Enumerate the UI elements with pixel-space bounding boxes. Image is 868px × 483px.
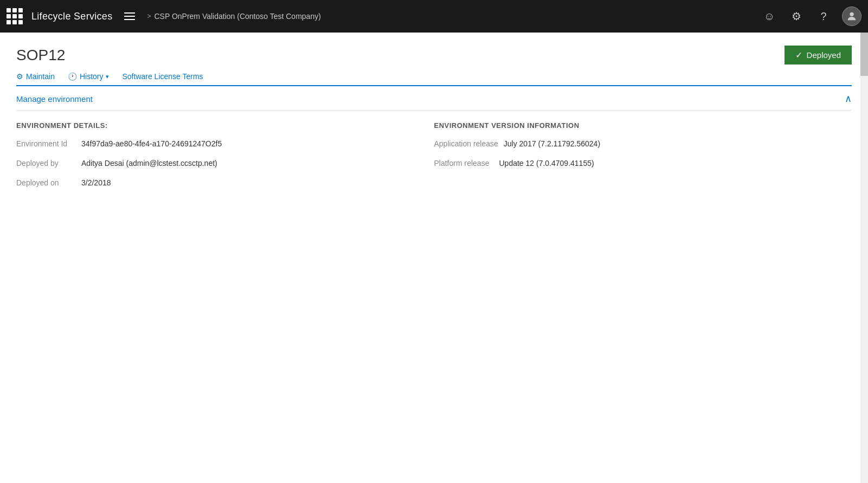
version-header: ENVIRONMENT VERSION INFORMATION (434, 121, 852, 130)
deployed-label: Deployed (807, 50, 841, 60)
settings-icon[interactable]: ⚙ (788, 8, 805, 25)
breadcrumb: > CSP OnPrem Validation (Contoso Test Co… (147, 12, 755, 21)
action-bar: ⚙ Maintain 🕐 History ▾ Software License … (16, 72, 852, 86)
top-navigation: Lifecycle Services > CSP OnPrem Validati… (0, 0, 868, 33)
app-release-row: Application release July 2017 (7.2.11792… (434, 139, 852, 148)
platform-release-label: Platform release (434, 159, 499, 168)
collapse-icon[interactable]: ∧ (845, 93, 852, 105)
check-icon: ✓ (795, 50, 802, 60)
user-avatar[interactable] (842, 7, 861, 26)
breadcrumb-arrow: > (147, 12, 151, 20)
deployed-by-value: Aditya Desai (admin@lcstest.ccsctp.net) (81, 159, 217, 168)
topnav-icons: ☺ ⚙ ? (761, 7, 861, 26)
environment-id-row: Environment Id 34f97da9-ae80-4fe4-a170-2… (16, 139, 434, 148)
app-release-value: July 2017 (7.2.11792.56024) (504, 139, 600, 148)
details-header: ENVIRONMENT DETAILS: (16, 121, 434, 130)
environment-id-label: Environment Id (16, 139, 81, 148)
details-left-column: ENVIRONMENT DETAILS: Environment Id 34f9… (16, 121, 434, 198)
environment-id-value: 34f97da9-ae80-4fe4-a170-24691247O2f5 (81, 139, 222, 148)
page-title: SOP12 (16, 47, 65, 64)
page-header: SOP12 ✓ Deployed (16, 46, 852, 65)
history-clock-icon: 🕐 (68, 72, 77, 81)
history-link[interactable]: 🕐 History ▾ (68, 72, 110, 81)
svg-point-0 (850, 12, 853, 16)
page-container: SOP12 ✓ Deployed ⚙ Maintain 🕐 History ▾ … (0, 33, 868, 483)
app-name: Lifecycle Services (31, 11, 112, 22)
software-license-terms-link[interactable]: Software License Terms (122, 72, 203, 81)
maintain-link[interactable]: ⚙ Maintain (16, 72, 55, 81)
breadcrumb-project[interactable]: CSP OnPrem Validation (Contoso Test Comp… (154, 12, 320, 21)
deployed-on-value: 3/2/2018 (81, 178, 111, 187)
history-label: History (80, 72, 104, 81)
app-grid-icon[interactable] (7, 8, 23, 24)
maintain-label: Maintain (26, 72, 55, 81)
deployed-by-label: Deployed by (16, 159, 81, 168)
deployed-by-row: Deployed by Aditya Desai (admin@lcstest.… (16, 159, 434, 168)
help-icon[interactable]: ? (815, 8, 832, 25)
deployed-on-row: Deployed on 3/2/2018 (16, 178, 434, 187)
maintain-gear-icon: ⚙ (16, 72, 23, 81)
section-title: Manage environment (16, 94, 93, 104)
deployed-badge: ✓ Deployed (785, 46, 852, 65)
software-license-terms-label: Software License Terms (122, 72, 203, 81)
details-grid: ENVIRONMENT DETAILS: Environment Id 34f9… (16, 121, 852, 198)
app-release-label: Application release (434, 139, 504, 148)
scrollbar-track[interactable] (860, 33, 868, 483)
history-chevron-icon: ▾ (106, 73, 109, 80)
feedback-icon[interactable]: ☺ (761, 8, 778, 25)
hamburger-menu[interactable] (121, 9, 138, 23)
platform-release-value: Update 12 (7.0.4709.41155) (499, 159, 594, 168)
manage-environment-section: Manage environment ∧ ENVIRONMENT DETAILS… (16, 86, 852, 198)
section-header: Manage environment ∧ (16, 86, 852, 111)
details-right-column: ENVIRONMENT VERSION INFORMATION Applicat… (434, 121, 852, 198)
platform-release-row: Platform release Update 12 (7.0.4709.411… (434, 159, 852, 168)
scrollbar-thumb[interactable] (860, 33, 868, 76)
deployed-on-label: Deployed on (16, 178, 81, 187)
